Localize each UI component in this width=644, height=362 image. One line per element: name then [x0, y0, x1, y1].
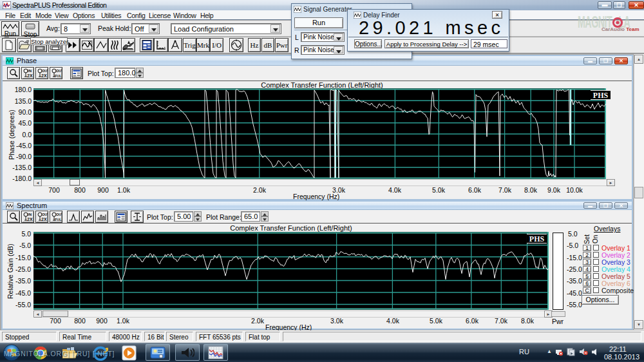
svg-text:IN: IN	[28, 213, 32, 216]
svg-text:OUT: OUT	[56, 69, 62, 73]
svg-text:2X: 2X	[41, 73, 47, 78]
svg-text:2X: 2X	[41, 217, 47, 222]
svg-text:2X: 2X	[27, 73, 33, 78]
svg-text:OUT: OUT	[42, 213, 48, 216]
svg-text:FULL: FULL	[55, 218, 62, 222]
svg-text:2X: 2X	[27, 217, 33, 222]
svg-text:OUT: OUT	[42, 69, 48, 73]
svg-text:OUT: OUT	[56, 213, 62, 216]
svg-text:FULL: FULL	[55, 74, 62, 78]
svg-text:IN: IN	[28, 69, 32, 73]
